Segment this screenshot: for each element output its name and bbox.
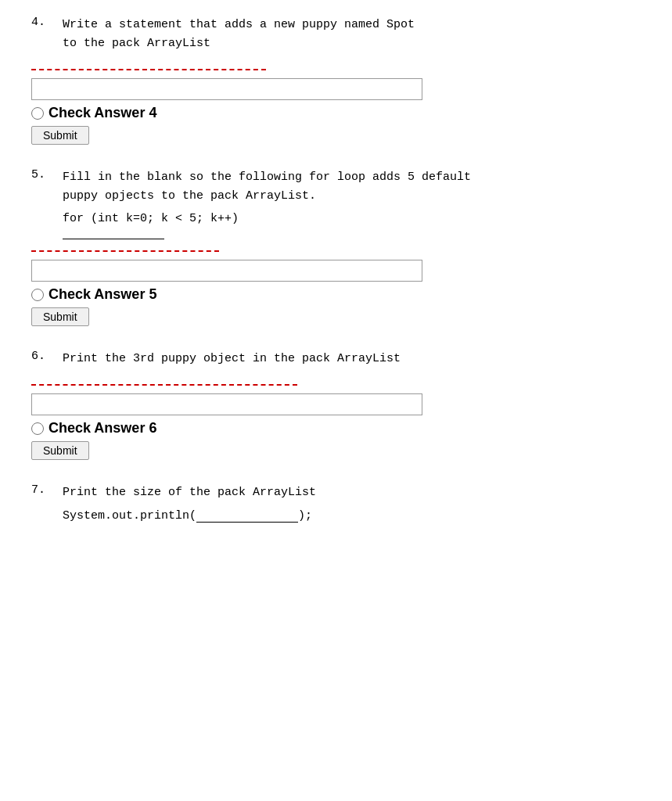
submit-button-q5[interactable]: Submit — [31, 307, 89, 326]
question-5-code: for (int k=0; k < 5; k++) — [63, 212, 641, 239]
answer-input-q4[interactable] — [31, 78, 422, 100]
check-radio-q6[interactable] — [31, 422, 44, 435]
question-7-number: 7. — [31, 483, 63, 497]
question-7-row: 7. Print the size of the pack ArrayList — [31, 483, 641, 502]
question-4-body: Write a statement that adds a new puppy … — [63, 16, 415, 53]
question-6-number: 6. — [31, 350, 63, 363]
separator-q5 — [31, 250, 219, 252]
question-4: 4. Write a statement that adds a new pup… — [31, 16, 641, 145]
question-5-number: 5. — [31, 168, 63, 181]
question-4-line1: Write a statement that adds a new puppy … — [63, 16, 415, 34]
submit-button-q4[interactable]: Submit — [31, 126, 89, 145]
question-7-line1: Print the size of the pack ArrayList — [63, 483, 316, 502]
check-radio-q4[interactable] — [31, 107, 44, 120]
question-7-code-start: System.out.println( — [63, 509, 196, 523]
check-answer-row-q5: Check Answer 5 — [31, 286, 641, 303]
question-6: 6. Print the 3rd puppy object in the pac… — [31, 350, 641, 460]
question-5-code-text: for (int k=0; k < 5; k++) — [63, 212, 239, 225]
check-label-q4: Check Answer 4 — [49, 105, 156, 121]
check-radio-q5[interactable] — [31, 289, 44, 301]
question-4-number: 4. — [31, 16, 63, 29]
check-label-q5: Check Answer 5 — [49, 286, 156, 303]
question-7-code: System.out.println( ); — [63, 508, 641, 523]
answer-input-q6[interactable] — [31, 393, 422, 415]
question-5-line2: puppy opjects to the pack ArrayList. — [63, 187, 471, 206]
question-7-body: Print the size of the pack ArrayList — [63, 483, 316, 502]
question-5-blank — [63, 225, 164, 239]
question-6-line1: Print the 3rd puppy object in the pack A… — [63, 350, 401, 368]
question-7-code-end: ); — [298, 509, 312, 523]
separator-q6 — [31, 384, 297, 386]
question-4-row: 4. Write a statement that adds a new pup… — [31, 16, 641, 53]
answer-input-q5[interactable] — [31, 260, 422, 282]
separator-q4 — [31, 69, 266, 70]
question-6-row: 6. Print the 3rd puppy object in the pac… — [31, 350, 641, 368]
submit-button-q6[interactable]: Submit — [31, 441, 89, 460]
check-answer-row-q4: Check Answer 4 — [31, 105, 641, 121]
question-6-body: Print the 3rd puppy object in the pack A… — [63, 350, 401, 368]
check-label-q6: Check Answer 6 — [49, 420, 156, 436]
question-7: 7. Print the size of the pack ArrayList … — [31, 483, 641, 523]
question-5-row: 5. Fill in the blank so the following fo… — [31, 168, 641, 206]
question-5: 5. Fill in the blank so the following fo… — [31, 168, 641, 326]
check-answer-row-q6: Check Answer 6 — [31, 420, 641, 436]
question-5-line1: Fill in the blank so the following for l… — [63, 168, 471, 187]
question-7-blank — [196, 508, 298, 523]
question-4-line2: to the pack ArrayList — [63, 34, 415, 53]
question-5-body: Fill in the blank so the following for l… — [63, 168, 471, 206]
